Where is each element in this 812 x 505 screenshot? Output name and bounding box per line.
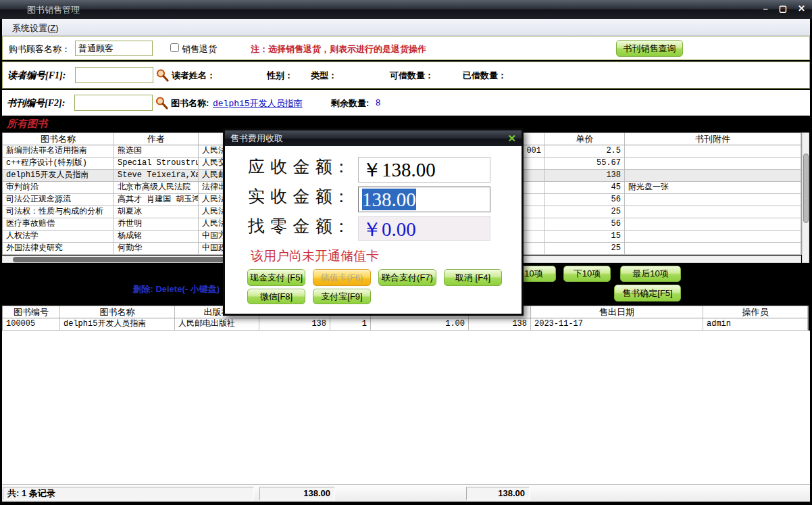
change-label: 找 零 金 额： <box>248 215 351 237</box>
total-amount-left: 138.00 <box>259 487 335 500</box>
col-sale-book-name[interactable]: 图书名称 <box>60 306 175 318</box>
reader-id-input[interactable] <box>75 67 153 83</box>
customer-panel: 购书顾客名称： 销售退货 注：选择销售退货，则表示进行的是退货操作 书刊销售查询 <box>2 36 810 60</box>
wechat-pay-button[interactable]: 微信[F8] <box>247 289 305 304</box>
col-sale-date[interactable]: 售出日期 <box>531 306 703 318</box>
book-id-label: 书刊编号[F2]: <box>7 97 65 110</box>
sale-confirm-button[interactable]: 售书确定[F5] <box>614 285 681 302</box>
stored-card-button[interactable]: 储值卡(F6) <box>313 269 371 286</box>
reader-id-label: 读者编号[F1]: <box>7 70 66 82</box>
book-lookup-row: 书刊编号[F2]: 图书名称: delphi5开发人员指南 剩余数量: 8 <box>2 90 810 116</box>
table-row[interactable]: 100005 delphi5开发人员指南 人民邮电出版社 138 1 1.00 … <box>3 318 808 331</box>
book-name-label: 图书名称: <box>171 97 209 110</box>
all-books-label: 所有图书 <box>7 118 47 130</box>
maximize-button[interactable]: ▢ <box>779 3 787 14</box>
minimize-button[interactable]: – <box>763 3 768 14</box>
book-name-link[interactable]: delphi5开发人员指南 <box>213 97 303 110</box>
sales-query-button[interactable]: 书刊销售查询 <box>616 40 683 57</box>
dialog-close-icon[interactable]: ✕ <box>507 130 516 146</box>
reader-type-label: 类型： <box>311 70 337 82</box>
amount-paid-label: 实 收 金 额： <box>248 185 351 208</box>
col-sale-book-id[interactable]: 图书编号 <box>3 306 60 318</box>
customer-name-label: 购书顾客名称： <box>9 43 70 55</box>
stored-card-message: 该用户尚未开通储值卡 <box>251 247 379 265</box>
record-count: 共: 1 条记录 <box>3 487 254 500</box>
vertical-scrollbar[interactable] <box>802 133 809 263</box>
can-borrow-label: 可借数量： <box>390 70 434 82</box>
return-note: 注：选择销售退货，则表示进行的是退货操作 <box>251 43 426 55</box>
combined-pay-button[interactable]: 联合支付(F7) <box>378 269 436 286</box>
content-background <box>2 331 810 484</box>
next-ten-button[interactable]: 下10项 <box>563 266 611 282</box>
payment-dialog-titlebar: 售书费用收取 ✕ <box>225 130 522 146</box>
last-ten-button[interactable]: 最后10项 <box>620 266 681 282</box>
close-button[interactable]: ✕ <box>798 3 805 14</box>
menu-item-system-settings[interactable]: 系统设置(Z) <box>9 22 61 35</box>
book-id-input[interactable] <box>74 95 153 111</box>
remain-value: 8 <box>376 97 380 107</box>
vertical-scrollbar-thumb[interactable] <box>803 153 809 223</box>
col-book-name[interactable]: 图书名称 <box>3 133 114 145</box>
total-amount-right: 138.00 <box>466 487 530 500</box>
app-window: 图书销售管理 – ▢ ✕ 系统设置(Z) 购书顾客名称： 销售退货 注：选择销售… <box>0 0 812 505</box>
selected-text: 138.00 <box>362 189 416 210</box>
payment-dialog: 售书费用收取 ✕ 应 收 金 额： ￥138.00 实 收 金 额： 138.0… <box>223 128 524 316</box>
cancel-button[interactable]: 取消 [F4] <box>444 269 502 286</box>
reader-panel: 读者编号[F1]: 读者姓名： 性别： 类型： 可借数量： 已借数量： <box>2 62 810 89</box>
sales-return-label: 销售退货 <box>182 43 217 55</box>
window-title: 图书销售管理 <box>27 4 80 16</box>
sales-return-checkbox[interactable] <box>170 43 179 52</box>
amount-paid-input[interactable]: 138.00 <box>358 187 490 212</box>
alipay-button[interactable]: 支付宝[F9] <box>313 289 371 304</box>
reader-name-label: 读者姓名： <box>172 70 215 82</box>
amount-due-field: ￥138.00 <box>358 157 490 183</box>
payment-dialog-title: 售书费用收取 <box>230 133 283 143</box>
customer-name-input[interactable] <box>75 41 153 56</box>
change-field: ￥0.00 <box>358 216 490 241</box>
gender-label: 性别： <box>267 70 293 82</box>
col-sale-operator[interactable]: 操作员 <box>703 306 808 318</box>
payment-dialog-body: 应 收 金 额： ￥138.00 实 收 金 额： 138.00 找 零 金 额… <box>225 146 522 314</box>
col-author[interactable]: 作者 <box>114 133 199 145</box>
amount-due-label: 应 收 金 额： <box>248 155 351 178</box>
remain-label: 剩余数量: <box>331 97 369 110</box>
borrowed-label: 已借数量： <box>463 70 507 82</box>
reader-search-icon[interactable] <box>155 68 169 82</box>
status-bar: 共: 1 条记录 138.00 138.00 <box>2 484 810 502</box>
menu-bar: 系统设置(Z) <box>2 19 810 36</box>
col-attachment[interactable]: 书刊附件 <box>625 133 801 145</box>
title-bar: 图书销售管理 – ▢ ✕ <box>0 0 812 19</box>
col-price[interactable]: 单价 <box>545 133 625 145</box>
cash-pay-button[interactable]: 现金支付 [F5] <box>247 269 305 286</box>
delete-hint: 删除: Delete(- 小键盘) <box>68 283 220 295</box>
book-search-icon[interactable] <box>155 96 168 110</box>
